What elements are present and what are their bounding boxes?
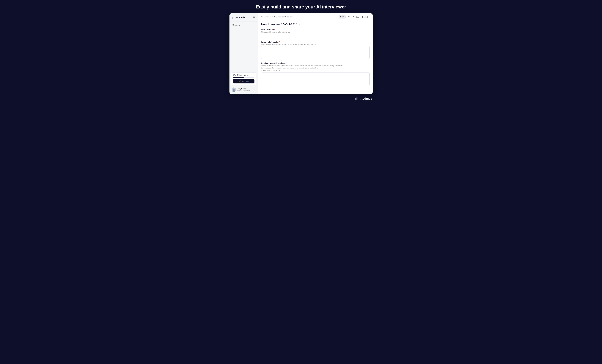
breadcrumb: My workspace > New Interview 25-Oct-2024 [261, 16, 293, 18]
sidebar-header: Aptitude [229, 13, 258, 21]
breadcrumb-workspace: My workspace [261, 16, 271, 18]
sidebar-toggle-button[interactable] [253, 16, 256, 19]
svg-rect-1 [233, 16, 233, 19]
branding-logo-icon [355, 96, 359, 101]
sidebar-home-label: Home [235, 24, 240, 26]
configure-ai-required: * [286, 62, 287, 64]
configure-ai-label: Configure your AI Interviewer* [261, 62, 369, 64]
main-content: My workspace > New Interview 25-Oct-2024… [258, 13, 373, 94]
user-chevron-icon: ▲ [254, 89, 256, 91]
upgrade-button[interactable]: ⚡ Upgrade [233, 79, 255, 84]
sidebar-nav: Home [229, 21, 258, 71]
bottom-branding: Aptitude [229, 94, 373, 101]
breadcrumb-current: New Interview 25-Oct-2024 [274, 16, 293, 18]
sidebar-toggle-icon [253, 16, 255, 19]
interview-information-textarea[interactable] [261, 46, 369, 59]
svg-rect-10 [355, 98, 356, 100]
preview-button[interactable]: Preview [352, 15, 360, 19]
interview-name-label: Interview Name* [261, 29, 369, 31]
svg-point-9 [348, 16, 349, 17]
sidebar-bottom: 10 of 20 free responses ⚡ Upgrade [229, 71, 258, 94]
svg-rect-11 [357, 97, 357, 100]
branding-logo-text: Aptitude [360, 97, 372, 100]
sidebar-logo: Aptitude [232, 16, 245, 19]
sidebar-logo-text: Aptitude [236, 16, 245, 19]
configure-ai-hint-block: Provide instructions on how your AI inte… [261, 64, 369, 72]
main-header: My workspace > New Interview 25-Oct-2024… [258, 13, 373, 20]
branding-logo: Aptitude [355, 96, 372, 101]
upgrade-lightning-icon: ⚡ [239, 80, 241, 82]
page-title-row: New Interview 25-Oct-2024 [261, 23, 369, 26]
interview-name-hint: Please provide a name to the interviewee [261, 31, 369, 33]
publish-button[interactable]: Publish [361, 15, 369, 19]
svg-rect-12 [358, 97, 358, 100]
configure-hint-line-2: Be thorough and precise, as if you were … [261, 67, 369, 69]
header-actions: Draft Preview Publish [339, 15, 369, 19]
svg-rect-3 [253, 17, 255, 17]
progress-bar-fill [233, 77, 244, 78]
draft-badge: Draft [339, 15, 345, 19]
progress-bar-background [233, 77, 255, 78]
svg-rect-2 [234, 16, 234, 19]
configure-ai-section: Configure your AI Interviewer* Provide i… [261, 62, 369, 86]
home-icon [232, 24, 234, 27]
aptitude-logo-icon [232, 16, 235, 19]
svg-rect-0 [232, 17, 233, 19]
breadcrumb-separator: > [272, 16, 273, 18]
interview-information-required: * [279, 41, 280, 43]
gear-icon [348, 16, 350, 18]
sidebar: Aptitude Home 10 [229, 13, 258, 94]
settings-button[interactable] [347, 15, 351, 19]
interview-information-label: Interview Information* [261, 41, 369, 43]
page-headline: Easily build and share your AI interview… [256, 4, 346, 10]
svg-point-7 [233, 88, 235, 90]
interview-information-section: Interview Information* Please provide in… [261, 41, 369, 59]
user-profile[interactable]: kirbyjlee777 kirbyjlee777@gmail. ▲ [231, 86, 257, 92]
configure-hint-line-1: Provide instructions on how your AI inte… [261, 64, 369, 67]
upgrade-button-label: Upgrade [242, 80, 249, 82]
main-body: New Interview 25-Oct-2024 Interview Name… [258, 20, 373, 94]
edit-title-button[interactable] [298, 23, 301, 26]
configure-hint-line-3: (2-4 questions recommended) [261, 69, 369, 72]
pencil-icon [299, 23, 301, 25]
interview-name-required: * [274, 29, 275, 31]
page-title: New Interview 25-Oct-2024 [261, 23, 297, 26]
configure-ai-textarea[interactable] [261, 73, 369, 85]
free-responses-card: 10 of 20 free responses ⚡ Upgrade [231, 72, 257, 85]
svg-rect-5 [253, 18, 255, 18]
free-responses-text: 10 of 20 free responses [233, 74, 255, 76]
avatar [232, 87, 236, 92]
interview-information-hint: Please provide information to the interv… [261, 43, 369, 45]
svg-rect-4 [253, 17, 255, 18]
interview-name-input[interactable] [261, 34, 287, 38]
sidebar-item-home[interactable]: Home [231, 23, 257, 28]
user-name: kirbyjlee777 [237, 88, 253, 90]
app-window: Aptitude Home 10 [229, 13, 373, 94]
user-info: kirbyjlee777 kirbyjlee777@gmail. [237, 88, 253, 91]
user-email: kirbyjlee777@gmail. [237, 90, 253, 91]
interview-name-section: Interview Name* Please provide a name to… [261, 29, 369, 38]
